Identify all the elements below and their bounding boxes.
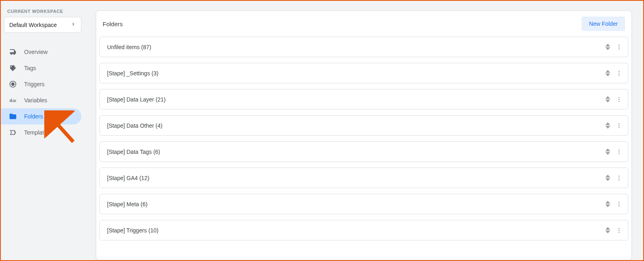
folder-label: [Stape] Data Layer (21) bbox=[107, 96, 166, 103]
variable-icon bbox=[9, 96, 17, 104]
folder-list: Unfiled items (87)[Stape] _Settings (3)[… bbox=[96, 37, 632, 240]
svg-point-4 bbox=[619, 72, 620, 74]
svg-point-1 bbox=[619, 46, 620, 48]
sort-handle-icon[interactable] bbox=[605, 201, 610, 207]
folder-label: Unfiled items (87) bbox=[107, 44, 151, 50]
svg-point-5 bbox=[619, 75, 620, 76]
folder-label: [Stape] Data Tags (6) bbox=[107, 149, 160, 155]
sidebar-item-folders[interactable]: Folders bbox=[1, 108, 81, 124]
new-folder-button[interactable]: New Folder bbox=[582, 17, 625, 31]
folder-icon bbox=[9, 112, 17, 120]
svg-point-9 bbox=[619, 123, 620, 124]
svg-point-20 bbox=[619, 205, 620, 207]
more-menu-icon[interactable] bbox=[616, 122, 622, 129]
folder-label: [Stape] _Settings (3) bbox=[107, 70, 159, 77]
svg-point-19 bbox=[619, 203, 620, 205]
main-content: Folders New Folder Unfiled items (87)[St… bbox=[85, 1, 643, 260]
overview-icon bbox=[9, 48, 17, 56]
svg-point-10 bbox=[619, 125, 620, 126]
svg-point-15 bbox=[619, 176, 620, 177]
panel-title: Folders bbox=[103, 21, 123, 27]
sort-handle-icon[interactable] bbox=[605, 96, 610, 103]
svg-point-12 bbox=[619, 149, 620, 151]
sidebar-item-triggers[interactable]: Triggers bbox=[1, 76, 81, 92]
sidebar-item-label: Templates bbox=[24, 129, 50, 136]
folder-row[interactable]: [Stape] GA4 (12) bbox=[99, 168, 628, 188]
more-menu-icon[interactable] bbox=[616, 227, 622, 234]
sidebar-item-templates[interactable]: Templates bbox=[1, 124, 81, 141]
more-menu-icon[interactable] bbox=[616, 96, 622, 103]
svg-point-6 bbox=[619, 97, 620, 98]
svg-point-17 bbox=[619, 179, 620, 180]
chevron-right-icon bbox=[70, 21, 76, 28]
folder-row[interactable]: [Stape] Data Other (4) bbox=[99, 115, 628, 136]
svg-point-11 bbox=[619, 127, 620, 128]
sidebar-item-label: Triggers bbox=[24, 81, 45, 87]
sort-handle-icon[interactable] bbox=[605, 174, 610, 181]
folders-panel: Folders New Folder Unfiled items (87)[St… bbox=[96, 10, 632, 260]
trigger-icon bbox=[9, 80, 17, 88]
sidebar-item-overview[interactable]: Overview bbox=[1, 44, 81, 60]
folder-label: [Stape] Triggers (10) bbox=[107, 227, 159, 234]
folder-row[interactable]: [Stape] Meta (6) bbox=[99, 194, 628, 214]
folder-label: [Stape] Data Other (4) bbox=[107, 122, 163, 129]
sidebar-item-label: Variables bbox=[24, 97, 47, 104]
sidebar-item-tags[interactable]: Tags bbox=[1, 60, 81, 76]
folder-row[interactable]: [Stape] Data Tags (6) bbox=[99, 141, 628, 162]
sidebar-item-label: Folders bbox=[24, 113, 43, 120]
svg-point-14 bbox=[619, 153, 620, 154]
svg-point-21 bbox=[619, 228, 620, 229]
more-menu-icon[interactable] bbox=[616, 201, 622, 207]
svg-point-0 bbox=[619, 45, 620, 46]
svg-point-7 bbox=[619, 99, 620, 100]
panel-header: Folders New Folder bbox=[96, 11, 632, 37]
svg-point-16 bbox=[619, 177, 620, 178]
more-menu-icon[interactable] bbox=[616, 149, 622, 155]
folder-label: [Stape] GA4 (12) bbox=[107, 175, 149, 181]
folder-label: [Stape] Meta (6) bbox=[107, 201, 147, 207]
folder-row[interactable]: [Stape] Data Layer (21) bbox=[99, 89, 628, 110]
more-menu-icon[interactable] bbox=[616, 175, 622, 181]
svg-point-23 bbox=[619, 232, 620, 233]
svg-point-18 bbox=[619, 202, 620, 203]
sort-handle-icon[interactable] bbox=[605, 70, 610, 77]
svg-point-13 bbox=[619, 151, 620, 152]
sort-handle-icon[interactable] bbox=[605, 148, 610, 155]
sidebar-item-variables[interactable]: Variables bbox=[1, 92, 81, 108]
sort-handle-icon[interactable] bbox=[605, 122, 610, 129]
svg-point-22 bbox=[619, 230, 620, 231]
workspace-section-label: CURRENT WORKSPACE bbox=[1, 9, 85, 17]
workspace-select[interactable]: Default Workspace bbox=[4, 17, 81, 33]
svg-point-8 bbox=[619, 101, 620, 102]
svg-point-2 bbox=[619, 48, 620, 50]
sort-handle-icon[interactable] bbox=[605, 44, 610, 50]
sort-handle-icon[interactable] bbox=[605, 227, 610, 234]
svg-point-3 bbox=[619, 71, 620, 72]
more-menu-icon[interactable] bbox=[616, 70, 622, 77]
sidebar: CURRENT WORKSPACE Default Workspace Over… bbox=[1, 1, 85, 260]
workspace-name: Default Workspace bbox=[9, 22, 57, 28]
template-icon bbox=[9, 128, 17, 137]
more-menu-icon[interactable] bbox=[616, 44, 622, 50]
sidebar-item-label: Overview bbox=[24, 49, 47, 55]
folder-row[interactable]: [Stape] Triggers (10) bbox=[99, 220, 628, 240]
tag-icon bbox=[9, 64, 17, 72]
sidebar-item-label: Tags bbox=[24, 65, 36, 71]
folder-row[interactable]: [Stape] _Settings (3) bbox=[99, 63, 628, 83]
folder-row[interactable]: Unfiled items (87) bbox=[99, 37, 628, 57]
